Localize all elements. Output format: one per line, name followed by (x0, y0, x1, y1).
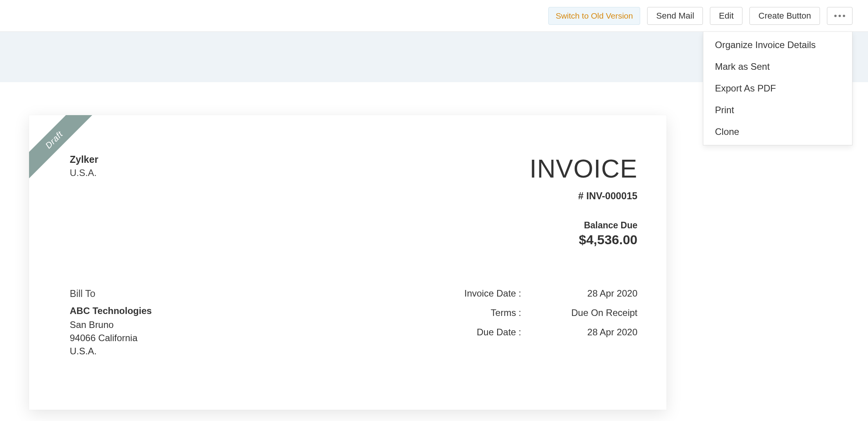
balance-due-label: Balance Due (530, 220, 637, 231)
more-actions-menu: Organize Invoice Details Mark as Sent Ex… (703, 32, 852, 145)
invoice-meta-block: Invoice Date : 28 Apr 2020 Terms : Due O… (448, 288, 637, 359)
action-toolbar: Switch to Old Version Send Mail Edit Cre… (0, 0, 868, 32)
terms-label: Terms : (448, 307, 521, 318)
bill-to-block: Bill To ABC Technologies San Bruno 94066… (70, 288, 152, 359)
more-actions-button[interactable] (827, 7, 852, 25)
bill-to-name: ABC Technologies (70, 305, 152, 316)
invoice-paper: Draft Zylker U.S.A. INVOICE # INV-000015… (29, 115, 666, 410)
due-date-value: 28 Apr 2020 (564, 327, 637, 338)
document-title: INVOICE (530, 154, 637, 183)
switch-old-version-button[interactable]: Switch to Old Version (548, 7, 641, 25)
invoice-lower: Bill To ABC Technologies San Bruno 94066… (70, 288, 637, 359)
meta-row-terms: Terms : Due On Receipt (448, 307, 637, 318)
send-mail-button[interactable]: Send Mail (647, 7, 703, 25)
create-button[interactable]: Create Button (749, 7, 820, 25)
invoice-header: Zylker U.S.A. INVOICE # INV-000015 Balan… (70, 154, 637, 247)
balance-due-amount: $4,536.00 (530, 232, 637, 247)
bill-to-country: U.S.A. (70, 346, 152, 357)
menu-print[interactable]: Print (703, 99, 852, 121)
edit-button[interactable]: Edit (710, 7, 742, 25)
company-name: Zylker (70, 154, 98, 165)
menu-export-pdf[interactable]: Export As PDF (703, 78, 852, 99)
title-block: INVOICE # INV-000015 Balance Due $4,536.… (530, 154, 637, 247)
document-number: # INV-000015 (530, 190, 637, 202)
ellipsis-icon (834, 15, 845, 17)
bill-to-city: San Bruno (70, 319, 152, 330)
menu-clone[interactable]: Clone (703, 121, 852, 143)
meta-row-due-date: Due Date : 28 Apr 2020 (448, 327, 637, 338)
meta-row-invoice-date: Invoice Date : 28 Apr 2020 (448, 288, 637, 299)
company-block: Zylker U.S.A. (70, 154, 98, 178)
bill-to-region: 94066 California (70, 333, 152, 343)
due-date-label: Due Date : (448, 327, 521, 338)
menu-mark-as-sent[interactable]: Mark as Sent (703, 56, 852, 78)
terms-value: Due On Receipt (564, 307, 637, 318)
invoice-date-value: 28 Apr 2020 (564, 288, 637, 299)
invoice-date-label: Invoice Date : (448, 288, 521, 299)
menu-organize-invoice-details[interactable]: Organize Invoice Details (703, 34, 852, 56)
bill-to-heading: Bill To (70, 288, 152, 299)
company-country: U.S.A. (70, 167, 98, 178)
